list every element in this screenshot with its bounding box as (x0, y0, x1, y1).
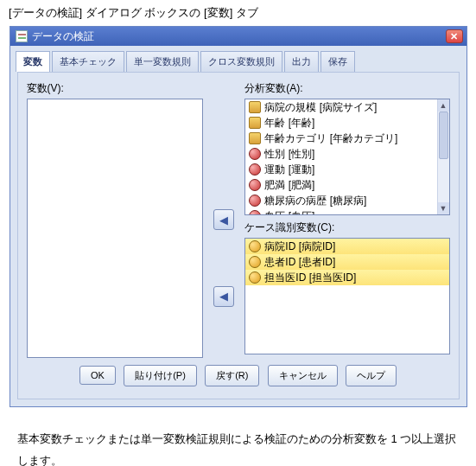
list-item-label: 年齢 [年齢] (264, 116, 314, 131)
scroll-down-icon[interactable]: ▼ (438, 202, 449, 214)
close-icon[interactable]: ✕ (446, 29, 463, 43)
list-item-label: 性別 [性別] (264, 147, 314, 162)
list-item[interactable]: 年齢カテゴリ [年齢カテゴリ] (245, 131, 448, 146)
tab-cross-rules[interactable]: クロス変数規則 (200, 51, 282, 72)
list-item[interactable]: 病院ID [病院ID] (245, 239, 448, 254)
scroll-up-icon[interactable]: ▲ (438, 99, 449, 112)
tab-save[interactable]: 保存 (321, 51, 355, 72)
tab-strip: 変数 基本チェック 単一変数規則 クロス変数規則 出力 保存 (10, 46, 466, 72)
paste-button[interactable]: 貼り付け(P) (124, 365, 197, 386)
scale-icon (249, 117, 261, 129)
scale-icon (249, 101, 261, 113)
nominal-icon (249, 179, 261, 191)
reset-button[interactable]: 戻す(R) (205, 365, 259, 386)
nominal-icon (249, 240, 261, 252)
caseid-listbox[interactable]: 病院ID [病院ID] 患者ID [患者ID] 担当医ID [担当医ID] (244, 238, 449, 354)
list-item-label: 担当医ID [担当医ID] (264, 271, 356, 285)
list-item[interactable]: 患者ID [患者ID] (245, 254, 448, 270)
tab-single-rules[interactable]: 単一変数規則 (126, 51, 199, 72)
nominal-icon (249, 195, 261, 207)
list-item-label: 運動 [運動] (264, 163, 314, 177)
scroll-thumb[interactable] (439, 112, 448, 159)
list-item[interactable]: 病院の規模 [病院サイズ] (245, 99, 448, 115)
ok-button[interactable]: OK (79, 366, 116, 385)
scrollbar[interactable]: ▲ ▼ (437, 99, 449, 214)
list-item[interactable]: 年齢 [年齢] (245, 115, 448, 131)
tab-output[interactable]: 出力 (284, 51, 319, 72)
titlebar: データの検証 ✕ (10, 27, 466, 46)
doc-heading: [データの検証] ダイアログ ボックスの [変数] タブ (0, 0, 476, 26)
list-item[interactable]: 担当医ID [担当医ID] (245, 270, 448, 285)
dialog-window: データの検証 ✕ 変数 基本チェック 単一変数規則 クロス変数規則 出力 保存 … (10, 26, 467, 407)
analysis-listbox[interactable]: 病院の規模 [病院サイズ] 年齢 [年齢] 年齢カテゴリ [年齢カテゴリ] 性別… (244, 99, 449, 215)
tab-panel: 変数(V): ◀ 分析変数(A): 病院の規模 [病院サイズ] 年齢 [年齢] … (17, 72, 460, 399)
paragraph: 基本変数チェックまたは単一変数検証規則による検証のための分析変数を 1 つ以上選… (17, 429, 459, 466)
move-analysis-button[interactable]: ◀ (213, 209, 234, 230)
nominal-icon (249, 256, 261, 268)
doc-body: 基本変数チェックまたは単一変数検証規則による検証のための分析変数を 1 つ以上選… (0, 407, 476, 466)
nominal-icon (249, 163, 261, 176)
caseid-label: ケース識別変数(C): (244, 220, 449, 235)
source-col: 変数(V): (27, 81, 204, 358)
tab-variables[interactable]: 変数 (16, 51, 50, 72)
list-item-label: 患者ID [患者ID] (264, 255, 335, 270)
analysis-label: 分析変数(A): (244, 81, 449, 96)
scale-icon (249, 132, 261, 144)
target-col: 分析変数(A): 病院の規模 [病院サイズ] 年齢 [年齢] 年齢カテゴリ [年… (244, 81, 449, 358)
dialog-buttons: OK 貼り付け(P) 戻す(R) キャンセル ヘルプ (27, 358, 450, 390)
app-icon (16, 30, 28, 42)
list-item-label: 病院の規模 [病院サイズ] (264, 100, 377, 115)
list-item-label: 年齢カテゴリ [年齢カテゴリ] (264, 131, 397, 146)
cancel-button[interactable]: キャンセル (268, 365, 338, 386)
list-item[interactable]: 糖尿病の病歴 [糖尿病] (245, 193, 448, 208)
list-item-label: 肥満 [肥満] (264, 178, 314, 193)
nominal-icon (249, 148, 261, 160)
list-item[interactable]: 血圧 [血圧] (245, 208, 448, 215)
source-label: 変数(V): (27, 81, 204, 96)
source-listbox[interactable] (27, 99, 204, 358)
list-item-label: 糖尿病の病歴 [糖尿病] (264, 194, 366, 208)
tab-basic-check[interactable]: 基本チェック (52, 51, 124, 72)
list-item-label: 血圧 [血圧] (264, 209, 314, 216)
list-item[interactable]: 運動 [運動] (245, 162, 448, 177)
nominal-icon (249, 271, 261, 284)
list-item[interactable]: 肥満 [肥満] (245, 177, 448, 193)
move-caseid-button[interactable]: ◀ (213, 286, 234, 307)
window-title: データの検証 (32, 29, 446, 44)
nominal-icon (249, 210, 261, 215)
help-button[interactable]: ヘルプ (346, 365, 397, 386)
list-item[interactable]: 性別 [性別] (245, 146, 448, 162)
list-item-label: 病院ID [病院ID] (264, 239, 335, 254)
